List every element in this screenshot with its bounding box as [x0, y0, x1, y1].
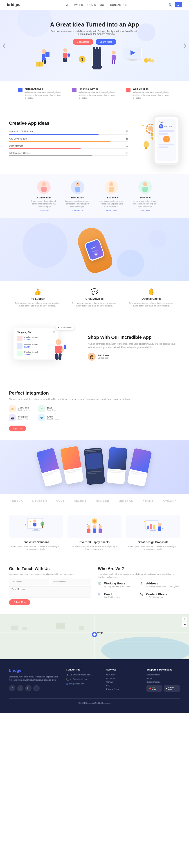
- footer-top: bridge. Lorem ipsum dolor sit amet, cons…: [9, 668, 180, 692]
- avatar-link-0[interactable]: Learn more: [30, 209, 57, 212]
- svg-point-32: [148, 58, 152, 62]
- info-card-0: ★ ✦ Innovative Solutions Lorem ipsum dol…: [9, 516, 63, 551]
- footer-services-col: Services Our Team Our Work Contact FAQ P…: [106, 668, 140, 692]
- phone-card-3: [106, 447, 128, 484]
- search-icon[interactable]: 🔍: [168, 3, 172, 7]
- detail-value-2: info@bridge.com: [104, 596, 119, 599]
- svg-rect-79: [87, 528, 90, 533]
- shop-desc: Nam et commodo felis. Nam fermentum, ero…: [88, 342, 180, 349]
- footer-email-icon: ✉: [66, 683, 68, 685]
- who-detail-1: 📍 Address 25 Bridge Street Suite 11 Spri…: [140, 582, 180, 591]
- avatar-link-3[interactable]: Learn more: [132, 209, 159, 212]
- footer-services-list: Our Team Our Work Contact FAQ Privacy Po…: [106, 674, 140, 690]
- pinterest-button[interactable]: p: [33, 685, 39, 691]
- service-item-0: Our Team: [106, 674, 140, 676]
- linkedin-button[interactable]: in: [25, 685, 31, 691]
- avatar-link-1[interactable]: Learn more: [64, 209, 91, 212]
- hero-prev-arrow[interactable]: ❮: [2, 43, 6, 48]
- avatars-section: Connection Lorem ipsum dolor sit amet, c…: [0, 174, 189, 218]
- svg-rect-60: [55, 346, 62, 353]
- avatar-link-2[interactable]: Learn more: [98, 209, 125, 212]
- clock-icon: 🕐: [98, 582, 102, 586]
- phone-mockup: Profile U User Name C: [153, 115, 180, 165]
- logo[interactable]: bridge.: [7, 2, 20, 7]
- card-desc-2: Lorem ipsum dolor sit amet, consectetur …: [126, 545, 180, 551]
- contact-form: Submit Now: [9, 579, 91, 605]
- integration-item-twitter: 🐦 Twitter Social Network: [38, 414, 65, 421]
- svg-rect-90: [153, 525, 155, 529]
- svg-text:₿: ₿: [81, 58, 83, 61]
- svg-text:♥: ♥: [87, 523, 88, 526]
- svg-rect-21: [92, 66, 102, 68]
- navigation: bridge. HOME PAGES OUR SERVICE CONTACT U…: [0, 0, 189, 10]
- hero-get-started-button[interactable]: Get Started: [73, 39, 93, 45]
- card-illustration-0: ★ ✦: [9, 516, 63, 538]
- avatar-name-3: Scientific: [132, 196, 159, 199]
- social-links: f t in p: [9, 685, 59, 691]
- nav-actions: 🔍 ☰: [168, 2, 182, 7]
- feature-title-1: Financial Advice: [79, 87, 117, 90]
- service-item-4: Privacy Policy: [106, 688, 140, 690]
- phone-card-1: [60, 446, 84, 484]
- progress-item-2: User Interface 60: [9, 145, 128, 149]
- reviewer-name: Erin Baker: [98, 354, 109, 357]
- name-input[interactable]: [9, 579, 49, 584]
- svg-text:✦: ✦: [162, 527, 163, 529]
- hero-next-arrow[interactable]: ❯: [183, 43, 187, 48]
- nav-contact[interactable]: CONTACT US: [110, 4, 127, 6]
- progress-pct-0: 75: [126, 130, 128, 133]
- svg-text:bridge.: bridge.: [97, 631, 104, 634]
- mailchimp-name: Mail Chimp: [18, 406, 30, 409]
- footer-bottom: © 2024 Bridge. All Rights Reserved.: [9, 699, 180, 704]
- phones-banner: [0, 440, 189, 494]
- who-detail-2: ✉ Email info@bridge.com: [98, 592, 138, 602]
- svg-point-68: [33, 520, 36, 523]
- integration-item-slack: # Slack Team Chat: [38, 405, 65, 412]
- twitter-button[interactable]: t: [17, 685, 23, 691]
- progress-fill-0: [9, 134, 99, 135]
- stat-title-2: Optimal Choice: [129, 297, 174, 301]
- progress-item-1: App Development 85: [9, 137, 128, 142]
- submit-button[interactable]: Submit Now: [9, 599, 30, 605]
- avatar-3: [138, 180, 152, 194]
- feature-item-1: Financial Advice Pellentesque vitae ex u…: [72, 87, 117, 99]
- svg-text:bridge: bridge: [91, 246, 97, 249]
- svg-rect-8: [46, 52, 50, 57]
- google-play-badge[interactable]: ▶ Google Play: [164, 685, 180, 692]
- svg-point-82: [99, 525, 102, 528]
- avatar-1: [71, 180, 84, 194]
- avatar-2: [105, 180, 118, 194]
- apple-icon: 🍎: [149, 687, 151, 689]
- avatar-0: [37, 180, 51, 194]
- facebook-button[interactable]: f: [9, 685, 15, 691]
- stats-section: 👍 Pro Support Pellentesque vitae ex ut l…: [0, 281, 189, 314]
- nav-pages[interactable]: PAGES: [74, 4, 83, 6]
- contact-who-section: Get In Touch With Us Lorem ipsum dolor s…: [0, 557, 189, 614]
- info-card-2: ★ ✦ Great Design Proposals Lorem ipsum d…: [126, 516, 180, 551]
- message-textarea[interactable]: [9, 586, 91, 597]
- reviewer-role: UI Designer: [98, 357, 109, 359]
- svg-point-53: [143, 182, 147, 186]
- svg-rect-18: [96, 47, 98, 49]
- shopping-cart-title: Shopping Cart: [17, 331, 32, 334]
- card-desc-0: Lorem ipsum dolor sit amet, consectetur …: [9, 545, 63, 551]
- map-background: bridge. + −: [0, 614, 189, 659]
- phone-card-0: [36, 447, 63, 487]
- nav-service[interactable]: OUR SERVICE: [87, 4, 106, 6]
- integration-title: Perfect Integration: [9, 391, 180, 396]
- svg-point-47: [42, 182, 46, 186]
- app-store-badge[interactable]: 🍎 App Store: [146, 685, 162, 692]
- nav-menu-button[interactable]: ☰: [174, 2, 182, 7]
- svg-text:✦: ✦: [142, 124, 144, 127]
- slack-icon: #: [38, 405, 45, 412]
- progress-fill-3: [9, 155, 92, 156]
- app-badges: 🍎 App Store ▶ Google Play: [146, 685, 180, 692]
- info-card-1: ♥ ♥ Over 100 Happy Clients Lorem ipsum d…: [68, 516, 122, 551]
- integration-signup-button[interactable]: Sign Up: [9, 426, 26, 431]
- nav-home[interactable]: HOME: [62, 4, 70, 6]
- email-input[interactable]: [51, 579, 91, 584]
- svg-rect-106: [56, 623, 65, 629]
- who-right: Who Are We? Lorem ipsum dolor sit amet, …: [98, 566, 180, 605]
- hero-learn-more-button[interactable]: Learn More: [96, 39, 116, 45]
- footer-contact-col: Contact Info 📍 25 Bridge Street Suite 11…: [66, 668, 100, 692]
